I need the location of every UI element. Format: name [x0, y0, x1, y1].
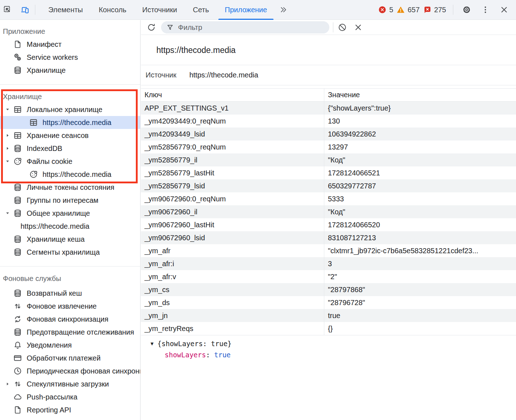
close-devtools-button[interactable]	[495, 0, 514, 20]
table-row[interactable]: _ym90672960_lsid831087127213	[141, 231, 516, 244]
sidebar-item[interactable]: Хранение сеансов	[0, 129, 140, 142]
tab-console[interactable]: Консоль	[91, 0, 134, 20]
key-cell[interactable]: _ym90672960_lsid	[141, 231, 324, 244]
sidebar-item[interactable]: Манифест	[0, 38, 140, 51]
sidebar-item[interactable]: Личные токены состояния	[0, 181, 140, 194]
table-row[interactable]: APP_EXT_SETTINGS_v1{"showLayers":true}	[141, 102, 516, 115]
tab-sources[interactable]: Источники	[134, 0, 185, 20]
value-cell[interactable]: {}	[324, 322, 516, 335]
more-tabs-button[interactable]	[275, 0, 292, 20]
key-cell[interactable]: _ym90672960:0_reqNum	[141, 192, 324, 205]
table-row[interactable]: _ym_afr:v"2"	[141, 270, 516, 283]
key-cell[interactable]: _ym_afr:v	[141, 270, 324, 283]
value-cell[interactable]: "2"	[324, 270, 516, 283]
key-cell[interactable]: _ym52856779_lastHit	[141, 166, 324, 179]
warning-badge[interactable]: 657	[396, 5, 419, 14]
key-cell[interactable]: _ym_cs	[141, 283, 324, 296]
value-cell[interactable]: 3	[324, 257, 516, 270]
sidebar-item[interactable]: Периодическая фоновая синхронизация	[0, 365, 140, 377]
table-row[interactable]: _ym52856779_lastHit1728124066521	[141, 166, 516, 179]
table-row[interactable]: _ym52856779:0_reqNum13297	[141, 140, 516, 153]
key-cell[interactable]: APP_EXT_SETTINGS_v1	[141, 102, 324, 115]
block-icon[interactable]	[338, 23, 347, 32]
table-row[interactable]: _ym_retryReqs{}	[141, 322, 516, 335]
table-row[interactable]: _ym_afr:i3	[141, 257, 516, 270]
key-cell[interactable]: _ym_afr	[141, 244, 324, 257]
value-cell[interactable]: 13297	[324, 140, 516, 153]
key-cell[interactable]: _ym_ds	[141, 296, 324, 309]
more-options-button[interactable]	[479, 0, 492, 20]
clear-storage-icon[interactable]	[353, 23, 363, 32]
table-row[interactable]: _ym52856779_lsid650329772787	[141, 179, 516, 192]
value-cell[interactable]: 831087127213	[324, 231, 516, 244]
sidebar-item[interactable]: Фоновое извлечение	[0, 300, 140, 313]
sidebar-item[interactable]: Reporting API	[0, 403, 140, 416]
key-cell[interactable]: _ym_jn	[141, 309, 324, 322]
sidebar-item[interactable]: Обработчик платежей	[0, 352, 140, 365]
value-cell[interactable]: "28796728"	[324, 296, 516, 309]
sidebar-item[interactable]: Уведомления	[0, 339, 140, 352]
value-cell[interactable]: 1728124066521	[324, 166, 516, 179]
sidebar-item[interactable]: Возвратный кеш	[0, 287, 140, 300]
caret-right-icon[interactable]	[5, 146, 13, 151]
table-row[interactable]: _ym52856779_il"Код"	[141, 153, 516, 166]
value-cell[interactable]: 130	[324, 115, 516, 128]
caret-right-icon[interactable]	[5, 381, 13, 387]
sidebar-item[interactable]: Предотвращение отслеживания	[0, 326, 140, 339]
value-cell[interactable]: "28797868"	[324, 283, 516, 296]
value-cell[interactable]: "Код"	[324, 205, 516, 218]
sidebar-item[interactable]: Общее хранилище	[0, 207, 140, 220]
caret-down-icon[interactable]	[5, 107, 13, 112]
table-row[interactable]: _ym_ds"28796728"	[141, 296, 516, 309]
sidebar-item[interactable]: Локальное хранилище	[0, 103, 140, 116]
sidebar-item[interactable]: Сегменты хранилища	[0, 246, 140, 259]
inspect-element-button[interactable]	[0, 0, 16, 20]
key-cell[interactable]: _ym42093449_lsid	[141, 128, 324, 140]
value-cell[interactable]: 1728124066520	[324, 218, 516, 231]
sidebar-item[interactable]: Фоновая синхронизация	[0, 313, 140, 326]
table-row[interactable]: _ym90672960_il"Код"	[141, 205, 516, 218]
issues-badge[interactable]: 275	[423, 5, 446, 14]
column-header-key[interactable]: Ключ	[141, 89, 324, 101]
value-cell[interactable]: true	[324, 309, 516, 322]
table-row[interactable]: _ym42093449_lsid106394922862	[141, 128, 516, 140]
table-row[interactable]: _ym_jntrue	[141, 309, 516, 322]
key-cell[interactable]: _ym_retryReqs	[141, 322, 324, 335]
value-cell[interactable]: 5333	[324, 192, 516, 205]
key-cell[interactable]: _ym90672960_lastHit	[141, 218, 324, 231]
settings-button[interactable]	[458, 0, 475, 20]
sidebar-item[interactable]: IndexedDB	[0, 142, 140, 155]
value-cell[interactable]: 106394922862	[324, 128, 516, 140]
key-cell[interactable]: _ym52856779_il	[141, 153, 324, 166]
key-cell[interactable]: _ym52856779_lsid	[141, 179, 324, 192]
key-cell[interactable]: _ym42093449:0_reqNum	[141, 115, 324, 128]
key-cell[interactable]: _ym_afr:i	[141, 257, 324, 270]
sidebar-item[interactable]: Хранилище	[0, 64, 140, 77]
sidebar-item[interactable]: Группы по интересам	[0, 194, 140, 207]
sidebar-item[interactable]: https://thecode.media	[0, 168, 140, 181]
refresh-icon[interactable]	[147, 23, 156, 32]
error-badge[interactable]: 5	[378, 5, 393, 14]
table-row[interactable]: _ym_afr"clxtmr1_jb972ic-c7b6a5e583285122…	[141, 244, 516, 257]
key-cell[interactable]: _ym52856779:0_reqNum	[141, 140, 324, 153]
value-cell[interactable]: 650329772787	[324, 179, 516, 192]
sidebar-item[interactable]: Service workers	[0, 51, 140, 64]
filter-input[interactable]	[177, 23, 324, 32]
caret-right-icon[interactable]	[5, 133, 13, 138]
sidebar-item[interactable]: Файлы cookie	[0, 155, 140, 168]
caret-down-icon[interactable]	[5, 159, 13, 164]
sidebar-item[interactable]: Push-рассылка	[0, 390, 140, 403]
value-cell[interactable]: {"showLayers":true}	[324, 102, 516, 115]
table-row[interactable]: _ym90672960:0_reqNum5333	[141, 192, 516, 205]
table-row[interactable]: _ym42093449:0_reqNum130	[141, 115, 516, 128]
key-cell[interactable]: _ym90672960_il	[141, 205, 324, 218]
tab-elements[interactable]: Элементы	[40, 0, 91, 20]
device-toolbar-button[interactable]	[16, 0, 34, 20]
sidebar-item[interactable]: Спекулятивные загрузки	[0, 377, 140, 390]
sidebar-item[interactable]: https://thecode.media	[0, 116, 140, 129]
column-header-value[interactable]: Значение	[324, 89, 516, 101]
table-row[interactable]: _ym_cs"28797868"	[141, 283, 516, 296]
preview-caret-icon[interactable]: ▼	[150, 341, 155, 347]
table-row[interactable]: _ym90672960_lastHit1728124066520	[141, 218, 516, 231]
value-cell[interactable]: "Код"	[324, 153, 516, 166]
